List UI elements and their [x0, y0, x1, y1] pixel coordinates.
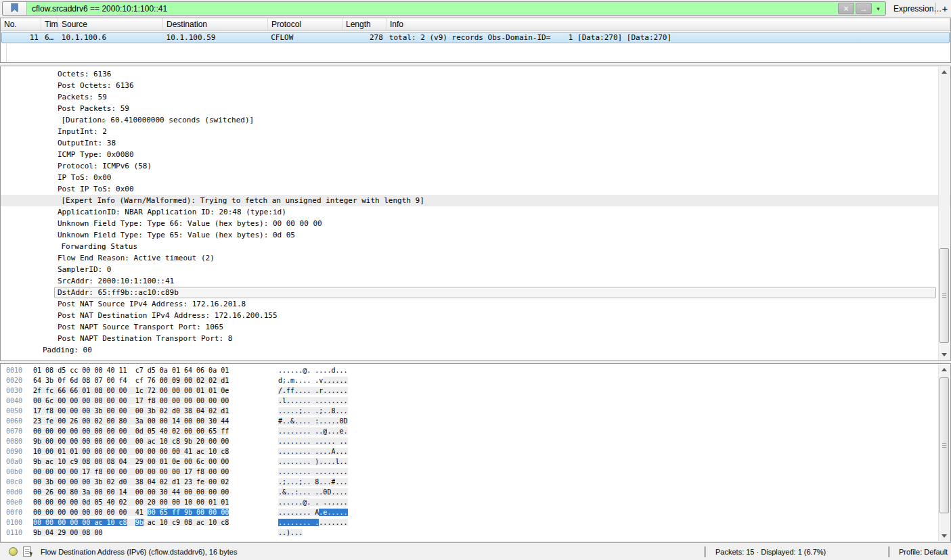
hex-byte[interactable]: 44	[221, 417, 229, 425]
hex-byte[interactable]: ac	[196, 448, 204, 455]
hex-byte[interactable]: 02	[160, 478, 168, 486]
hex-byte[interactable]: 00	[221, 468, 229, 475]
hex-byte[interactable]: 00	[172, 397, 180, 404]
hex-byte[interactable]: 00	[135, 407, 143, 415]
hex-byte[interactable]: 76	[148, 377, 156, 384]
hex-byte[interactable]: 00	[45, 498, 53, 506]
hex-byte[interactable]: 00	[208, 397, 217, 404]
filter-add-button[interactable]: +	[940, 1, 950, 15]
hex-byte[interactable]: 05	[148, 427, 156, 435]
hex-byte[interactable]: 10	[33, 448, 41, 455]
hex-byte[interactable]: 00	[33, 498, 41, 506]
hex-row[interactable]: 00f000 00 00 00 00 00 00 00 41 00 65 ff …	[1, 507, 950, 517]
hex-byte[interactable]: 00	[106, 427, 114, 435]
hex-byte[interactable]: 09	[172, 377, 180, 384]
hex-byte[interactable]: 08	[82, 377, 90, 384]
hex-byte[interactable]: c8	[221, 519, 229, 526]
hex-byte[interactable]: 00	[33, 478, 41, 486]
hex-byte[interactable]: 00	[33, 468, 41, 475]
hex-byte[interactable]: 0e	[172, 458, 180, 465]
hex-byte[interactable]: ac	[148, 438, 156, 445]
hex-byte[interactable]: 2f	[33, 387, 41, 394]
hex-byte[interactable]: 00	[208, 438, 217, 445]
hex-byte[interactable]: 10	[208, 448, 217, 455]
hex-byte[interactable]: 00	[119, 448, 127, 455]
hex-byte[interactable]: 00	[160, 498, 168, 506]
hex-byte[interactable]: 00	[160, 397, 168, 404]
hex-byte[interactable]: 17	[33, 407, 41, 415]
detail-line[interactable]: Octets: 6136	[1, 68, 950, 80]
hex-byte[interactable]: 00	[106, 407, 114, 415]
hex-byte[interactable]: 14	[119, 488, 127, 496]
detail-line[interactable]: Post NAPT Destination Transport Port: 8	[1, 333, 950, 344]
hex-byte[interactable]: 00	[58, 407, 66, 415]
hex-byte[interactable]: 01	[70, 448, 78, 455]
hex-row[interactable]: 00a09b ac 10 c9 08 00 08 04 29 00 01 0e …	[1, 457, 950, 467]
hex-byte[interactable]: 08	[82, 458, 90, 465]
hex-byte[interactable]: 00	[94, 438, 102, 445]
hex-byte[interactable]: f8	[45, 407, 53, 415]
hex-byte[interactable]: 00	[106, 509, 114, 516]
hex-byte[interactable]: 0a	[160, 367, 168, 374]
hex-row[interactable]: 00b000 00 00 00 17 f8 00 00 00 00 00 00 …	[1, 467, 950, 477]
hex-byte[interactable]: 00	[82, 519, 90, 526]
hex-byte[interactable]: c8	[119, 519, 127, 526]
hex-byte[interactable]: 41	[135, 509, 143, 516]
hex-byte[interactable]: 02	[208, 377, 217, 384]
hex-byte[interactable]: 66	[58, 387, 66, 394]
hex-byte[interactable]: 01	[196, 387, 204, 394]
hex-byte[interactable]: 00	[70, 529, 78, 536]
hex-byte[interactable]: c7	[135, 367, 143, 374]
hex-byte[interactable]: 00	[58, 397, 66, 404]
hex-byte[interactable]: 00	[82, 417, 90, 425]
hex-byte[interactable]: 30	[208, 417, 217, 425]
hex-byte[interactable]: 11	[119, 367, 127, 374]
hex-byte[interactable]: 00	[119, 468, 127, 475]
hex-byte[interactable]: 40	[106, 367, 114, 374]
hex-byte[interactable]: 00	[58, 427, 66, 435]
hex-byte[interactable]: 08	[82, 529, 90, 536]
hex-byte[interactable]: c9	[172, 519, 180, 526]
hex-byte[interactable]: 02	[221, 478, 229, 486]
scroll-down-icon[interactable]	[939, 349, 950, 360]
filter-bookmark-button[interactable]	[3, 2, 27, 15]
hex-byte[interactable]: 9b	[135, 519, 143, 526]
hex-byte[interactable]: 10	[58, 458, 66, 465]
hex-byte[interactable]: 64	[33, 377, 41, 384]
hex-byte[interactable]: 04	[45, 529, 53, 536]
hex-byte[interactable]: 00	[148, 509, 156, 516]
hex-byte[interactable]: f8	[148, 397, 156, 404]
hex-byte[interactable]: 00	[208, 509, 217, 516]
hex-byte[interactable]: 00	[106, 468, 114, 475]
hex-byte[interactable]: 00	[33, 519, 41, 526]
hex-byte[interactable]: 00	[106, 377, 114, 384]
hex-row[interactable]: 004000 6c 00 00 00 00 00 00 17 f8 00 00 …	[1, 396, 950, 406]
hex-byte[interactable]: 02	[196, 377, 204, 384]
hex-byte[interactable]: 29	[135, 458, 143, 465]
hex-byte[interactable]: 00	[58, 478, 66, 486]
hex-byte[interactable]: 00	[208, 478, 217, 486]
detail-line[interactable]: Unknown Field Type: Type 66: Value (hex …	[1, 218, 950, 229]
hex-row[interactable]: 006023 fe 00 26 00 02 00 80 3a 00 00 14 …	[1, 416, 950, 426]
hex-byte[interactable]: 00	[70, 427, 78, 435]
detail-line[interactable]: SrcAddr: 2000:10:1:100::41	[1, 275, 950, 287]
hex-byte[interactable]: c8	[172, 438, 180, 445]
hex-byte[interactable]: 00	[119, 397, 127, 404]
scroll-up-icon[interactable]	[939, 67, 950, 78]
hex-byte[interactable]: 00	[70, 438, 78, 445]
hex-byte[interactable]: 00	[94, 509, 102, 516]
detail-line[interactable]: SamplerID: 0	[1, 264, 950, 275]
hex-byte[interactable]: 00	[184, 488, 192, 496]
hex-byte[interactable]: 6d	[70, 377, 78, 384]
column-header-protocol[interactable]: Protocol	[268, 18, 342, 31]
hex-byte[interactable]: 01	[58, 448, 66, 455]
hex-byte[interactable]: 00	[33, 488, 41, 496]
hex-byte[interactable]: 00	[33, 509, 41, 516]
hex-byte[interactable]: 00	[70, 478, 78, 486]
hex-byte[interactable]: 38	[135, 478, 143, 486]
hex-byte[interactable]: d0	[172, 407, 180, 415]
column-header-no[interactable]: No.	[1, 18, 41, 31]
hex-byte[interactable]: 17	[184, 468, 192, 475]
hex-byte[interactable]: 00	[106, 488, 114, 496]
hex-byte[interactable]: c9	[70, 458, 78, 465]
